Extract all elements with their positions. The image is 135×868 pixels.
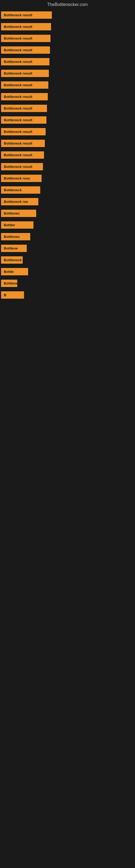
bottleneck-item: Bo (0, 372, 135, 377)
bottleneck-badge: Bottleneck result (1, 58, 49, 65)
bottleneck-badge: Bottleneck result (1, 82, 48, 89)
bottleneck-item (0, 425, 135, 448)
bottleneck-item: Bottleneck result (0, 137, 135, 149)
bottleneck-badge: Bottlene (1, 245, 27, 252)
bottleneck-item: B (0, 289, 135, 301)
bottleneck-item: Bottleneck result (0, 102, 135, 114)
bottleneck-item: Bottleneck result (0, 149, 135, 161)
bottleneck-badge: Bottleneck result (1, 116, 46, 124)
bottleneck-badge: Bottleneck result (1, 163, 43, 170)
bottleneck-item: Bottleneck result (0, 79, 135, 91)
bottleneck-item: Bottlenec (0, 231, 135, 243)
bottleneck-badge: Bottle (1, 268, 28, 275)
bottleneck-item: Bottleneck result (0, 9, 135, 21)
site-title: TheBottlenecker.com (0, 0, 135, 9)
bottleneck-badge: Bottleneck result (1, 128, 46, 135)
bottleneck-badge: Bottleneck result (1, 140, 45, 147)
bottleneck-item: Bottleneck (0, 184, 135, 196)
bottleneck-item: Bottleneck res (0, 196, 135, 208)
bottleneck-item: Bottleneck result (0, 33, 135, 44)
bottleneck-item: Bottleneck result (0, 67, 135, 79)
bottleneck-badge: Bottlenec (1, 233, 30, 240)
bottleneck-badge: Bottleneck result (1, 105, 47, 112)
bottleneck-badge: Bottleneck result (1, 151, 44, 159)
bottleneck-badge: Bottleneck r (1, 256, 23, 264)
bottleneck-item: Bottlenec (0, 208, 135, 219)
bottleneck-item: Bottleneck result (0, 91, 135, 102)
bottleneck-badge: Bottleneck result (1, 46, 50, 54)
bottleneck-badge: Bottler (1, 221, 34, 229)
bottleneck-item (0, 348, 135, 372)
bottleneck-badge: Bottleneck result (1, 23, 51, 30)
bottleneck-item: Bottleneck result (0, 21, 135, 33)
bottleneck-item: Bottleneck result (0, 56, 135, 67)
bottleneck-item: Bottleneck resu (0, 173, 135, 184)
site-title-text: TheBottlenecker.com (47, 2, 88, 7)
bottleneck-badge: Bottleneck resu (1, 175, 42, 182)
bottleneck-badge: Bottlenec (1, 210, 36, 217)
bottleneck-item: Bottle (0, 266, 135, 278)
bottleneck-item: Bottleneck r (0, 254, 135, 266)
bottleneck-item: Bottler (0, 219, 135, 231)
bottleneck-badge: Bottleneck result (1, 11, 52, 19)
bottleneck-item: Bottleneck result (0, 161, 135, 173)
bottleneck-badge: Bottlenec (1, 280, 17, 287)
rows-container: Bottleneck resultBottleneck resultBottle… (0, 9, 135, 472)
bottleneck-badge: Bottleneck result (1, 70, 49, 77)
bottleneck-item: Bottleneck result (0, 44, 135, 56)
bottleneck-item (0, 448, 135, 472)
bottleneck-item (0, 301, 135, 325)
bottleneck-item (0, 325, 135, 348)
bottleneck-badge: B (1, 291, 24, 299)
bottleneck-item: Bottleneck result (0, 126, 135, 137)
bottleneck-badge: Bottleneck res (1, 198, 38, 205)
bottleneck-item: Bottlenec (0, 278, 135, 289)
bottleneck-badge: Bottleneck (1, 186, 40, 194)
bottleneck-item (0, 377, 135, 401)
bottleneck-badge: Bottleneck result (1, 35, 50, 42)
bottleneck-item: Bottleneck result (0, 114, 135, 126)
bottleneck-item (0, 401, 135, 425)
bottleneck-item: Bottlene (0, 243, 135, 254)
bottleneck-badge: Bottleneck result (1, 93, 48, 100)
